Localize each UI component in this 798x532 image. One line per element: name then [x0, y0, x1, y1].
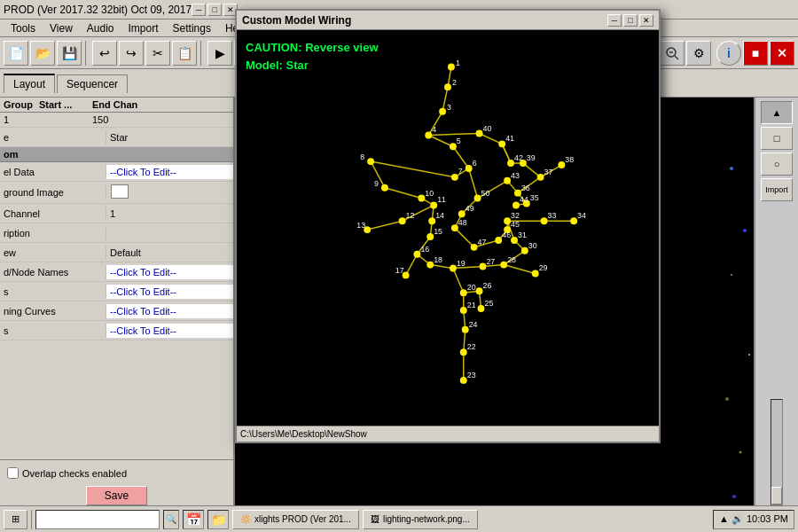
curves-row[interactable]: ning Curves --Click To Edit--: [0, 301, 233, 321]
new-button[interactable]: 📄: [4, 41, 28, 66]
col-start: Start ...: [39, 99, 92, 110]
vertical-slider[interactable]: [771, 399, 783, 505]
svg-point-101: [478, 305, 485, 312]
node-labels: 1 2 3 4 5 6 7 8 9 10 11 12 13 14 15 16 1: [356, 59, 586, 379]
overlap-checkbox[interactable]: [7, 467, 19, 479]
svg-point-88: [399, 217, 406, 224]
svg-point-98: [460, 348, 467, 356]
effects-row[interactable]: s --Click To Edit--: [0, 321, 233, 340]
taskbar-app2-label: lighting-network.png...: [383, 514, 470, 524]
dialog-close[interactable]: ✕: [639, 14, 653, 27]
svg-text:28: 28: [507, 255, 516, 264]
svg-point-87: [430, 201, 437, 208]
start-button[interactable]: ⊞: [4, 510, 27, 529]
svg-text:19: 19: [457, 259, 466, 268]
svg-point-95: [450, 265, 457, 272]
preview-row: ew Default: [0, 243, 233, 262]
states-row[interactable]: s --Click To Edit--: [0, 282, 233, 301]
svg-point-83: [451, 174, 458, 181]
svg-point-79: [439, 108, 446, 115]
right-panel: ▲ □ ○ Import: [754, 98, 798, 512]
svg-text:38: 38: [565, 155, 574, 164]
redo-button[interactable]: ↪: [119, 41, 144, 66]
error-icon[interactable]: ✕: [770, 41, 794, 66]
svg-text:12: 12: [406, 211, 415, 220]
svg-point-78: [444, 83, 451, 90]
curves-value[interactable]: --Click To Edit--: [106, 304, 233, 318]
svg-point-81: [450, 143, 457, 150]
svg-text:26: 26: [482, 281, 491, 290]
svg-point-99: [460, 377, 467, 384]
svg-point-116: [476, 130, 483, 137]
svg-line-5: [675, 56, 678, 59]
description-label: ription: [0, 226, 106, 240]
model-data-value[interactable]: --Click To Edit--: [106, 165, 233, 179]
svg-text:34: 34: [577, 211, 586, 220]
svg-text:25: 25: [484, 299, 493, 308]
taskbar-app1[interactable]: 🔆 xlights PROD (Ver 201...: [232, 510, 359, 529]
save-button[interactable]: Save: [86, 486, 147, 505]
svg-text:32: 32: [511, 211, 520, 220]
rect-btn[interactable]: □: [761, 127, 793, 150]
save-toolbar-button[interactable]: 💾: [57, 41, 82, 66]
channel-row: Channel 1: [0, 204, 233, 223]
taskbar-search-icon[interactable]: 🔍: [163, 510, 179, 529]
clock-display: ▲ 🔊 10:03 PM: [719, 513, 788, 525]
node-names-row[interactable]: d/Node Names --Click To Edit--: [0, 262, 233, 282]
circle-btn[interactable]: ○: [761, 153, 793, 176]
menu-view[interactable]: View: [43, 20, 80, 36]
model-data-row[interactable]: el Data --Click To Edit--: [0, 162, 233, 182]
name-label: e: [0, 130, 106, 145]
svg-point-106: [521, 247, 528, 254]
effects-value[interactable]: --Click To Edit--: [106, 324, 233, 338]
import-btn[interactable]: Import: [761, 178, 793, 201]
maximize-button[interactable]: □: [207, 4, 222, 16]
svg-point-110: [570, 217, 577, 224]
dialog-titlebar: Custom Model Wiring ─ □ ✕: [237, 11, 659, 30]
svg-point-94: [426, 262, 434, 269]
svg-point-122: [495, 237, 502, 244]
play-button[interactable]: ▶: [207, 41, 232, 66]
svg-point-90: [428, 217, 435, 224]
dialog-maximize[interactable]: □: [623, 14, 638, 27]
svg-text:50: 50: [481, 189, 490, 198]
preview-label: ew: [0, 246, 106, 260]
gear-icon[interactable]: ⚙: [686, 41, 711, 66]
node-names-value[interactable]: --Click To Edit--: [106, 265, 233, 279]
svg-text:9: 9: [374, 179, 379, 188]
table-header: Group Start ... End Chan: [0, 98, 233, 113]
taskbar-folder-icon[interactable]: 📁: [207, 510, 229, 529]
svg-text:14: 14: [435, 211, 444, 220]
svg-point-118: [507, 160, 514, 167]
svg-point-92: [413, 251, 420, 258]
dialog-minimize[interactable]: ─: [607, 14, 622, 27]
tab-sequencer[interactable]: Sequencer: [57, 74, 128, 93]
custom-model-dialog[interactable]: Custom Model Wiring ─ □ ✕ CAUTION: Rever…: [235, 9, 661, 443]
taskbar-search[interactable]: [35, 510, 160, 529]
svg-point-105: [532, 270, 539, 278]
zoom-out-icon[interactable]: [660, 41, 685, 66]
overlap-check-row: Overlap checks enabled: [4, 464, 230, 482]
slider-thumb[interactable]: [771, 487, 782, 505]
taskbar: ⊞ 🔍 📅 📁 🔆 xlights PROD (Ver 201... 🖼 lig…: [0, 505, 798, 532]
copy-button[interactable]: 📋: [172, 41, 197, 66]
taskbar-calendar-icon[interactable]: 📅: [183, 510, 204, 529]
name-prop-row: e Star: [0, 128, 233, 147]
minimize-button[interactable]: ─: [192, 4, 206, 16]
stop-icon[interactable]: ■: [743, 41, 768, 66]
triangle-btn[interactable]: ▲: [761, 101, 793, 124]
tab-layout[interactable]: Layout: [4, 74, 55, 93]
undo-button[interactable]: ↩: [92, 41, 117, 66]
svg-point-126: [474, 195, 481, 202]
menu-import[interactable]: Import: [121, 20, 166, 36]
menu-tools[interactable]: Tools: [4, 20, 43, 36]
description-row: ription: [0, 223, 233, 243]
svg-point-113: [537, 174, 544, 181]
taskbar-app2[interactable]: 🖼 lighting-network.png...: [363, 510, 478, 529]
open-button[interactable]: 📂: [30, 41, 55, 66]
menu-audio[interactable]: Audio: [80, 20, 121, 36]
cut-button[interactable]: ✂: [145, 41, 170, 66]
states-value[interactable]: --Click To Edit--: [106, 285, 233, 299]
info-icon[interactable]: i: [716, 41, 741, 66]
menu-settings[interactable]: Settings: [166, 20, 218, 36]
